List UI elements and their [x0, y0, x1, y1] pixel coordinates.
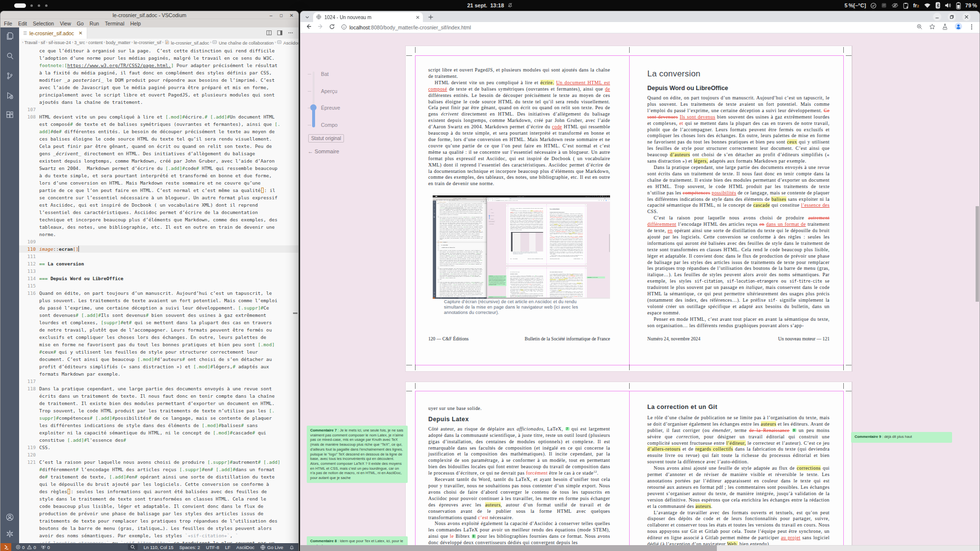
breadcrumb-item[interactable]: Asciidoc, langa: [277, 40, 298, 46]
horizontal-scrollbar[interactable]: [300, 545, 980, 551]
editor-line-wrap[interactable]: avoir des noms sémantiques. Par exemple,…: [19, 532, 298, 539]
editor-line-wrap[interactable]: avec l’aide de Javascript que le média p…: [19, 84, 298, 91]
profile-avatar-icon[interactable]: [955, 23, 962, 32]
editor-tab-le-crosnier[interactable]: ☰ le-crosnier_sif.adoc ✕: [19, 27, 87, 39]
breadcrumb-item[interactable]: body_matter: [106, 40, 130, 45]
editor-line-wrap[interactable]: #ceux# qui y utilisent les feuilles de s…: [19, 348, 298, 356]
browser-minimize-button[interactable]: [933, 13, 941, 21]
eol-status[interactable]: LF: [225, 545, 230, 550]
ports-indicator[interactable]: 0: [41, 545, 50, 550]
system-status-area[interactable]: 5 %[–°C] fr2 79 %: [844, 0, 977, 11]
stage-label-2[interactable]: Épreuve: [321, 105, 340, 111]
editor-line-wrap[interactable]: gens _écrivent_ directement en HTML. Des…: [19, 150, 298, 157]
browser-menu-kebab-icon[interactable]: [969, 23, 975, 32]
editor-line-wrap[interactable]: des règles: seules les informations qui …: [19, 488, 298, 495]
browser-restore-button[interactable]: [948, 13, 956, 21]
editor-more-actions-icon[interactable]: [288, 29, 294, 38]
breadcrumb-item[interactable]: Travail: [24, 40, 38, 45]
editor-line-wrap[interactable]: formats Markdown par exemple.: [19, 370, 298, 378]
comment-7[interactable]: Commentaire 7 : Je le mets ici, une seul…: [307, 426, 408, 483]
editor-line-wrap[interactable]: code beaucoup plus lisible, léger et ada…: [19, 503, 298, 510]
remote-indicator[interactable]: [0, 543, 11, 551]
editor-line-wrap[interactable]: à la fixité du média paginé, il faut don…: [19, 69, 298, 76]
breadcrumb-item[interactable]: sif-issue-24: [49, 40, 71, 45]
browser-tab-close-icon[interactable]: [416, 13, 420, 22]
editor-line-wrap[interactable]: norme.: [19, 231, 298, 238]
editor-line-wrap[interactable]: de traitement. Il existe bien des module…: [19, 400, 298, 407]
breadcrumb-item[interactable]: 3_src: [74, 40, 85, 45]
editor-line-wrap[interactable]: add]#de# différentes entités. Le besoin …: [19, 128, 298, 135]
menu-terminal[interactable]: Terminal: [102, 21, 127, 26]
editor-line-wrap[interactable]: document. C’est ainsi que beaucoup [.mod…: [19, 356, 298, 363]
menu-run[interactable]: Run: [87, 21, 102, 26]
editor-line-wrap[interactable]: +sif-locution-etrangere+` ou `+sif-titre…: [19, 539, 298, 543]
editor-line-wrap[interactable]: à du texte simple, et sera pourtant inte…: [19, 172, 298, 179]
browser-tab[interactable]: 1024 - Un nouveau m: [313, 12, 423, 22]
explorer-icon[interactable]: [5, 31, 15, 41]
editor-line-wrap[interactable]: mise en forme ne favorisent pas du tout …: [19, 341, 298, 348]
editor-line-wrap[interactable]: footnote:[https://www.w3.org/TR/CSS2/pag…: [19, 62, 298, 69]
editor-line-wrap[interactable]: de notre travail, plutôt que de l’accomp…: [19, 326, 298, 334]
menu-view[interactable]: View: [57, 21, 74, 26]
editor-line-114[interactable]: 114=== Depuis Word ou LibreOffice: [19, 275, 298, 282]
search-icon[interactable]: [5, 51, 15, 61]
editor-line-wrap[interactable]: se concentre sur l’essentiel nécessaire …: [19, 194, 298, 201]
editor-line-118[interactable]: 118Dans la pratique cependant, une large…: [19, 385, 298, 392]
new-tab-button[interactable]: [427, 13, 435, 21]
editor-line-wrap[interactable]: du passé l’exprime, une certaine décepti…: [19, 304, 298, 311]
editor-line-110[interactable]: 110image::ecran[]: [19, 245, 298, 253]
go-live-button[interactable]: Go Live: [260, 545, 283, 550]
editor-line-wrap[interactable]: exploiter ni la capacité sémantique du H…: [19, 429, 298, 436]
menu-help[interactable]: Help: [127, 21, 144, 26]
editor-line-117[interactable]: 117: [19, 378, 298, 385]
editor-line-wrap[interactable]: l’essentiel des caractéristiques. Asciid…: [19, 209, 298, 216]
zoom-indicator-icon[interactable]: [916, 23, 923, 32]
breadcrumb-item[interactable]: Une chaîne de collaboration: [212, 40, 273, 46]
editor-line-wrap[interactable]: lors d’une conversion en HTML. Mais Mark…: [19, 179, 298, 187]
editor-line-wrap[interactable]: profit d’éditeurs simplifiés (« sans dis…: [19, 363, 298, 370]
editor-line-wrap[interactable]: Trop souvent, le code HTML produit par l…: [19, 407, 298, 414]
address-bar[interactable]: localhost:8080/body_matter/le-crosnier_s…: [341, 24, 471, 31]
editor-line-wrap[interactable]: sont devenues# [.add]#Ils sont devenus# …: [19, 311, 298, 319]
editor-line-wrap[interactable]: modifier _a posteriori_ le DOM produit p…: [19, 76, 298, 84]
editor-line-116[interactable]: 116Quand on édite, on part toujours d’un…: [19, 289, 298, 297]
comment-9[interactable]: Commentaire 9 : déjà dit plus haut: [851, 432, 952, 443]
editor-line-109[interactable]: 109: [19, 238, 298, 245]
reload-icon[interactable]: [329, 23, 335, 32]
editor-line-wrap[interactable]: exclusifs et compliquer les choses lors …: [19, 334, 298, 341]
tab-close-icon[interactable]: ✕: [78, 30, 82, 36]
menu-edit[interactable]: Edit: [15, 21, 30, 26]
breadcrumb-item[interactable]: le-crosnier_sif.adoc: [165, 40, 209, 46]
split-editor-icon[interactable]: [266, 29, 272, 38]
editor-line-wrap[interactable]: qui le dépouille du bruit ajouté par les…: [19, 480, 298, 488]
source-control-icon[interactable]: [5, 72, 14, 80]
editor-line-wrap[interactable]: les différentes indications de style dan…: [19, 422, 298, 429]
editor-line-111[interactable]: 111: [19, 253, 298, 260]
vscodium-close-button[interactable]: ✕: [289, 12, 294, 18]
stage-label-3[interactable]: Compo: [321, 122, 338, 128]
editor-line-wrap[interactable]: lourdes et complexes, [suppr]#et# qui se…: [19, 319, 298, 326]
editor-line-wrap[interactable]: boutons de la barre de menu (gras, itali…: [19, 525, 298, 532]
settings-gear-icon[interactable]: [5, 529, 14, 538]
editor-line-wrap[interactable]: traitements de texte pour remplacer les …: [19, 517, 298, 525]
editor-line-wrap[interactable]: ces balises éloigne le code source HTML …: [19, 135, 298, 143]
editor-line-120[interactable]: 120: [19, 451, 298, 458]
language-mode-status[interactable]: AsciiDoc: [236, 545, 254, 550]
editor-line-119[interactable]: 119CSS.: [19, 444, 298, 451]
editor-line-wrap[interactable]: existent depuis longtemps, comme Markdow…: [19, 157, 298, 165]
menu-selection[interactable]: Selection: [30, 21, 57, 26]
editor-line-wrap[interactable]: écrits dans un traitement de texte. Il n…: [19, 392, 298, 400]
breadcrumb-item[interactable]: sif: [41, 40, 45, 45]
bookmark-star-icon[interactable]: [929, 23, 935, 32]
site-info-icon[interactable]: [341, 24, 347, 31]
cursor-position[interactable]: Ln 110, Col 15: [144, 545, 173, 550]
problems-warnings[interactable]: 0: [27, 545, 36, 550]
zoom-status-icon[interactable]: [128, 544, 138, 550]
sommaire-back-link[interactable]: ← Sommaire: [308, 148, 339, 154]
editor-line-108[interactable]: 108HTML devient vite un peu compliqué à …: [19, 113, 298, 120]
editor-line-wrap[interactable]: de# traitement de texte, [.add]#en# opér…: [19, 473, 298, 480]
editor-line-wrap[interactable]: style dans le traitement de texte sont t…: [19, 495, 298, 503]
back-icon[interactable]: [305, 23, 312, 32]
browser-close-button[interactable]: [962, 13, 971, 21]
breadcrumb-item[interactable]: content: [88, 40, 103, 45]
